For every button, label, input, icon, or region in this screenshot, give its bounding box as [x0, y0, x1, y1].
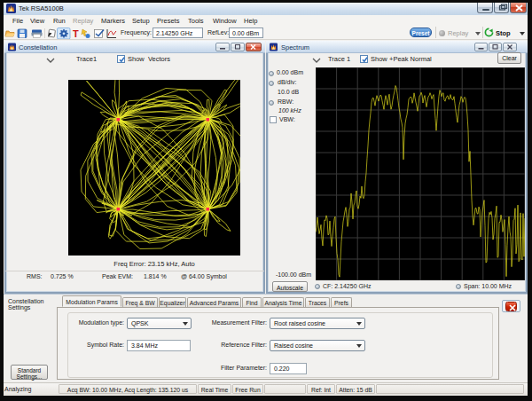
- svg-text:T: T: [73, 28, 79, 39]
